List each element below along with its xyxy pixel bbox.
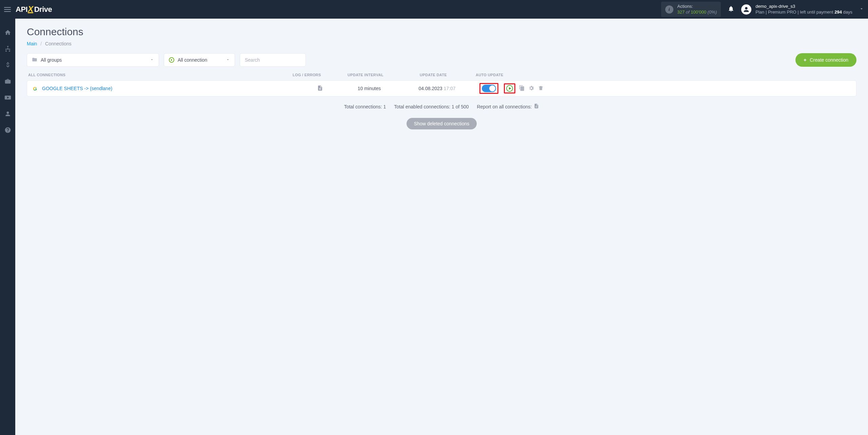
breadcrumb-current: Connections	[45, 41, 72, 46]
connection-link[interactable]: GOOGLE SHEETS -> (sendlane)	[42, 86, 112, 91]
plan-days-num: 294	[834, 9, 842, 15]
sitemap-icon[interactable]	[4, 45, 12, 53]
actions-counter[interactable]: i Actions: 327 of 100'000 (0%)	[661, 2, 721, 17]
play-mini-icon	[169, 57, 174, 63]
chevron-down-icon	[226, 57, 230, 63]
auto-update-toggle[interactable]	[482, 85, 496, 92]
briefcase-icon[interactable]	[4, 78, 12, 85]
document-icon[interactable]	[317, 85, 323, 92]
chevron-down-icon	[150, 57, 154, 63]
groups-select[interactable]: All groups	[27, 53, 159, 67]
th-auto: AUTO UPDATE	[476, 73, 523, 77]
google-icon: G	[32, 85, 38, 91]
document-icon[interactable]	[534, 103, 539, 110]
breadcrumb-sep: /	[40, 41, 42, 46]
breadcrumb-main[interactable]: Main	[27, 41, 37, 46]
plan-mid: | left until payment	[797, 9, 833, 15]
search-box[interactable]	[240, 53, 306, 67]
create-label: Create connection	[810, 57, 848, 63]
create-connection-button[interactable]: + Create connection	[795, 53, 856, 67]
connection-date: 04.08.2023 17:07	[395, 86, 479, 91]
plus-icon: +	[804, 57, 806, 63]
gear-icon[interactable]	[528, 85, 534, 92]
summary-enabled: Total enabled connections: 1 of 500	[394, 104, 469, 109]
user-menu[interactable]: demo_apix-drive_s3 Plan | Premium PRO | …	[741, 4, 864, 15]
brand-part-1: API	[16, 5, 27, 14]
summary: Total connections: 1 Total enabled conne…	[27, 103, 856, 110]
status-label: All connection	[178, 57, 207, 63]
connection-log-cell	[296, 85, 344, 92]
groups-label: All groups	[41, 57, 62, 63]
play-icon[interactable]	[506, 85, 513, 92]
folder-icon	[32, 57, 41, 63]
bell-icon[interactable]	[728, 5, 734, 13]
avatar-icon	[741, 4, 751, 15]
dollar-icon[interactable]	[4, 61, 12, 69]
show-deleted-button[interactable]: Show deleted connections	[407, 118, 477, 129]
plan-days-word: days	[843, 9, 852, 15]
actions-text: Actions: 327 of 100'000 (0%)	[677, 4, 717, 15]
th-log: LOG / ERRORS	[293, 73, 340, 77]
breadcrumb: Main / Connections	[27, 41, 856, 46]
plan-name: Premium PRO	[768, 9, 796, 15]
th-all: ALL CONNECTIONS	[28, 73, 293, 77]
page-title: Connections	[27, 26, 856, 38]
th-date: UPDATE DATE	[391, 73, 476, 77]
filters-row: All groups All connection + Create conne…	[27, 53, 856, 67]
brand-part-3: Drive	[34, 5, 52, 14]
highlight-toggle	[479, 83, 498, 94]
info-icon: i	[665, 5, 673, 14]
actions-used: 327	[677, 9, 685, 15]
th-interval: UPDATE INTERVAL	[340, 73, 391, 77]
brand-logo[interactable]: API X Drive	[16, 5, 52, 14]
connection-auto-cell	[479, 83, 500, 94]
actions-max: 100'000	[691, 9, 706, 15]
connection-interval: 10 minutes	[344, 86, 395, 91]
plan-prefix: Plan |	[755, 9, 767, 15]
search-input[interactable]	[245, 54, 301, 66]
video-icon[interactable]	[4, 94, 12, 101]
main-content: Connections Main / Connections All group…	[15, 19, 868, 435]
table-header: ALL CONNECTIONS LOG / ERRORS UPDATE INTE…	[27, 73, 856, 80]
update-time: 17:07	[443, 86, 455, 91]
copy-icon[interactable]	[519, 85, 525, 92]
home-icon[interactable]	[4, 29, 12, 36]
sidebar	[0, 19, 15, 435]
connection-actions	[500, 83, 851, 94]
highlight-play	[504, 83, 515, 94]
menu-icon[interactable]	[4, 6, 11, 13]
connection-row: G GOOGLE SHEETS -> (sendlane) 10 minutes…	[27, 80, 856, 97]
help-icon[interactable]	[4, 126, 12, 134]
actions-label: Actions:	[677, 4, 717, 9]
trash-icon[interactable]	[538, 85, 544, 92]
actions-pct: (0%)	[708, 9, 717, 15]
summary-report: Report on all connections:	[477, 104, 532, 109]
user-icon[interactable]	[4, 110, 12, 118]
user-name: demo_apix-drive_s3	[755, 4, 852, 9]
status-select[interactable]: All connection	[164, 53, 235, 67]
chevron-down-icon	[859, 6, 864, 12]
actions-of: of	[686, 9, 690, 15]
update-date: 04.08.2023	[418, 86, 442, 91]
summary-total: Total connections: 1	[344, 104, 386, 109]
brand-part-2: X	[28, 6, 33, 13]
user-text: demo_apix-drive_s3 Plan | Premium PRO | …	[755, 4, 852, 15]
connection-name-cell: G GOOGLE SHEETS -> (sendlane)	[32, 85, 296, 91]
topbar: API X Drive i Actions: 327 of 100'000 (0…	[0, 0, 868, 19]
